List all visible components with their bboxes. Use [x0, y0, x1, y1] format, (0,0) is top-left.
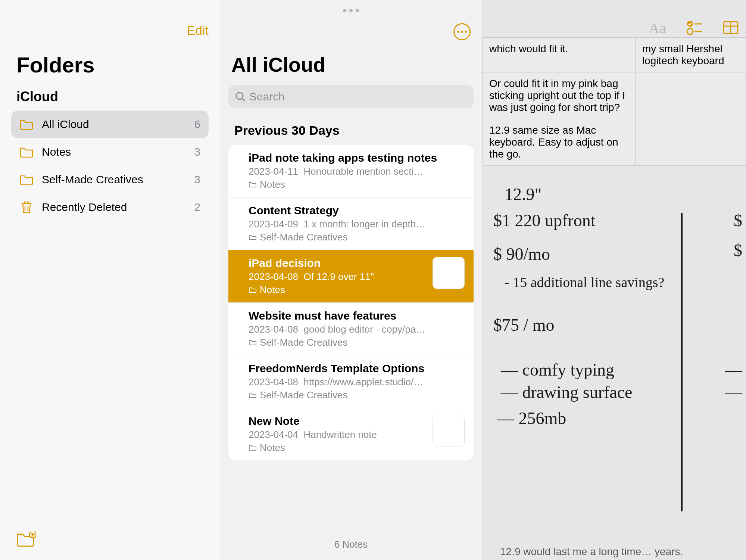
- handwriting-line: $ 90/mo: [493, 244, 550, 264]
- note-row[interactable]: Website must have features 2023-04-08 go…: [228, 303, 474, 355]
- handwriting-line: $: [734, 211, 742, 230]
- more-options-button[interactable]: [453, 23, 471, 40]
- window-grabber-icon[interactable]: [343, 9, 359, 12]
- handwriting-line: — 256mb: [497, 408, 566, 428]
- folder-icon: [19, 146, 34, 158]
- note-meta: 2023-04-11 Honourable mention section at…: [249, 166, 428, 177]
- note-row-selected[interactable]: iPad decision 2023-04-08 Of 12.9 over 11…: [228, 250, 474, 303]
- note-table[interactable]: which would fit it.my small Hershel logi…: [482, 37, 746, 166]
- note-row[interactable]: Content Strategy 2023-04-09 1 x month: l…: [228, 197, 474, 250]
- folders-section-label: iCloud: [16, 89, 58, 105]
- handwriting-line: - 15 additional line savings?: [505, 274, 664, 290]
- handwriting-line: —: [725, 382, 742, 402]
- notes-list-pane: All iCloud Search Previous 30 Days iPad …: [220, 0, 482, 560]
- note-row[interactable]: FreedomNerds Template Options 2023-04-08…: [228, 355, 474, 408]
- folder-all-icloud[interactable]: All iCloud 6: [11, 111, 209, 138]
- note-row[interactable]: iPad note taking apps testing notes 2023…: [228, 145, 474, 197]
- folder-count: 3: [194, 146, 200, 158]
- note-thumbnail: [433, 415, 465, 447]
- folder-label: All iCloud: [42, 118, 89, 131]
- note-title: FreedomNerds Template Options: [249, 362, 462, 375]
- svg-point-2: [236, 93, 243, 99]
- handwriting-line: — drawing surface: [501, 382, 633, 402]
- folder-icon: [249, 287, 257, 293]
- table-cell[interactable]: [636, 72, 746, 119]
- folder-icon: [249, 339, 257, 346]
- table-cell[interactable]: [636, 119, 746, 166]
- folder-icon: [249, 181, 257, 188]
- note-meta: 2023-04-09 1 x month: longer in depth ar…: [249, 218, 428, 230]
- note-title: Website must have features: [249, 309, 462, 322]
- folder-count: 6: [194, 118, 200, 131]
- folder-label: Recently Deleted: [42, 201, 127, 214]
- search-icon: [235, 91, 246, 102]
- note-title: Content Strategy: [249, 204, 462, 217]
- note-folder-label: Self-Made Creatives: [249, 337, 462, 348]
- note-meta: 2023-04-04 Handwritten note: [249, 429, 428, 441]
- folder-label: Notes: [42, 146, 71, 158]
- note-title: iPad decision: [249, 257, 462, 270]
- folders-heading: Folders: [16, 52, 95, 77]
- note-bottom-line: 12.9 would last me a long time… years.: [500, 546, 683, 558]
- trash-icon: [19, 202, 34, 213]
- handwriting-line: $: [734, 240, 742, 260]
- folder-label: Self-Made Creatives: [42, 173, 143, 186]
- folder-icon: [249, 234, 257, 241]
- note-row[interactable]: New Note 2023-04-04 Handwritten note Not…: [228, 408, 474, 460]
- handwriting-line: 12.9": [505, 184, 541, 204]
- note-folder-label: Self-Made Creatives: [249, 389, 462, 401]
- table-cell[interactable]: which would fit it.: [483, 38, 636, 72]
- handwriting-line: — comfy typing: [501, 360, 614, 380]
- handwriting-area[interactable]: 12.9" $1 220 upfront $ 90/mo - 15 additi…: [482, 181, 746, 487]
- note-meta: 2023-04-08 https://www.applet.studio/sho…: [249, 376, 428, 388]
- folder-self-made-creatives[interactable]: Self-Made Creatives 3: [11, 166, 209, 193]
- folder-icon: [19, 174, 34, 185]
- search-input[interactable]: Search: [228, 85, 474, 108]
- folder-notes[interactable]: Notes 3: [11, 138, 209, 166]
- folder-icon: [19, 119, 34, 130]
- folder-recently-deleted[interactable]: Recently Deleted 2: [11, 193, 209, 221]
- note-folder-label: Notes: [249, 179, 462, 190]
- folders-sidebar: Edit Folders iCloud All iCloud 6 Notes 3…: [0, 0, 220, 560]
- folder-icon: [249, 392, 257, 399]
- note-thumbnail: [433, 257, 465, 289]
- search-placeholder: Search: [249, 90, 285, 103]
- note-meta: 2023-04-08 Of 12.9 over 11": [249, 271, 428, 283]
- note-folder-label: Notes: [249, 284, 462, 296]
- new-folder-button[interactable]: [16, 532, 36, 549]
- note-meta: 2023-04-08 good blog editor - copy/paste…: [249, 324, 428, 335]
- edit-button[interactable]: Edit: [187, 23, 209, 38]
- folder-count: 3: [194, 173, 200, 186]
- note-folder-label: Self-Made Creatives: [249, 231, 462, 243]
- table-cell[interactable]: Or could fit it in my pink bag sticking …: [483, 72, 636, 119]
- note-folder-label: Notes: [249, 442, 462, 454]
- folder-icon: [249, 445, 257, 451]
- list-footer-count: 6 Notes: [220, 539, 482, 550]
- note-title: iPad note taking apps testing notes: [249, 152, 462, 164]
- list-heading: All iCloud: [231, 53, 325, 76]
- handwriting-line: $75 / mo: [493, 315, 555, 335]
- note-title: New Note: [249, 415, 462, 427]
- handwriting-divider: [681, 213, 683, 511]
- notes-list: iPad note taking apps testing notes 2023…: [228, 145, 474, 460]
- table-cell[interactable]: my small Hershel logitech keyboard: [636, 38, 746, 72]
- note-content[interactable]: which would fit it.my small Hershel logi…: [482, 20, 746, 560]
- handwriting-line: —: [725, 360, 742, 380]
- list-section-header: Previous 30 Days: [234, 123, 340, 138]
- folder-count: 2: [194, 201, 200, 214]
- handwriting-line: $1 220 upfront: [493, 211, 595, 230]
- table-cell[interactable]: 12.9 same size as Mac keyboard. Easy to …: [483, 119, 636, 166]
- note-detail-pane: Aa which would fit it.my small Hershel l…: [482, 0, 746, 560]
